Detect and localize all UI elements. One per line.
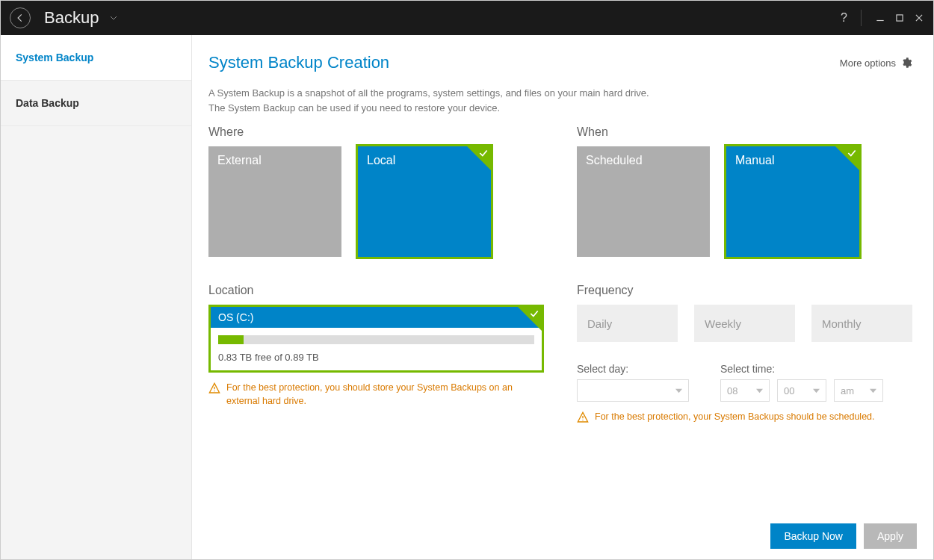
location-warning: For the best protection, you should stor… — [208, 382, 544, 408]
location-usage-fill — [218, 335, 244, 344]
where-option-external-label: External — [217, 154, 262, 167]
where-option-local-label: Local — [367, 154, 395, 167]
select-day-dropdown[interactable] — [577, 379, 689, 402]
backup-now-button[interactable]: Backup Now — [770, 523, 856, 549]
close-button[interactable] — [914, 13, 924, 23]
close-icon — [914, 13, 924, 23]
description-line-2: The System Backup can be used if you nee… — [208, 101, 912, 116]
arrow-left-icon — [15, 13, 25, 23]
select-day-label: Select day: — [577, 363, 704, 375]
warning-icon — [577, 411, 589, 423]
more-options-button[interactable]: More options — [840, 57, 912, 69]
separator — [861, 10, 862, 26]
app-title: Backup — [44, 8, 99, 28]
description-line-1: A System Backup is a snapshot of all the… — [208, 86, 912, 101]
location-usage-bar — [218, 335, 534, 344]
sidebar: System Backup Data Backup — [1, 35, 192, 559]
warning-icon — [208, 382, 220, 394]
when-option-scheduled[interactable]: Scheduled — [577, 146, 710, 257]
check-icon — [847, 148, 857, 161]
footer: Backup Now Apply — [208, 516, 917, 549]
select-day-group: Select day: — [577, 363, 704, 402]
svg-point-1 — [214, 391, 214, 391]
triangle-down-icon — [813, 388, 820, 394]
triangle-down-icon — [675, 388, 682, 394]
location-free-text: 0.83 TB free of 0.89 TB — [211, 352, 542, 363]
when-option-manual-label: Manual — [735, 154, 774, 167]
where-label: Where — [208, 125, 544, 139]
title-dropdown[interactable] — [109, 13, 118, 22]
select-time-group: Select time: 08 00 am — [720, 363, 912, 402]
select-time-label: Select time: — [720, 363, 912, 375]
maximize-button[interactable] — [894, 13, 905, 23]
select-ampm-value: am — [841, 385, 854, 396]
location-label: Location — [208, 284, 544, 297]
svg-point-2 — [582, 420, 583, 420]
location-drive-name: OS (C:) — [211, 307, 542, 328]
where-option-external[interactable]: External — [208, 146, 341, 257]
titlebar: Backup ? — [1, 1, 933, 35]
apply-button[interactable]: Apply — [864, 523, 917, 549]
select-minute-value: 00 — [784, 385, 794, 396]
when-option-manual[interactable]: Manual — [726, 146, 859, 257]
triangle-down-icon — [870, 388, 876, 394]
check-icon — [529, 308, 539, 322]
page-title: System Backup Creation — [208, 53, 389, 72]
back-button[interactable] — [10, 7, 31, 28]
sidebar-item-system-backup[interactable]: System Backup — [1, 35, 191, 81]
frequency-label: Frequency — [577, 284, 912, 297]
triangle-down-icon — [756, 388, 763, 394]
gear-icon — [900, 57, 912, 69]
chevron-down-icon — [109, 13, 118, 22]
right-column: When Scheduled Manual Frequency Daily We… — [577, 125, 912, 516]
location-warning-text: For the best protection, you should stor… — [226, 382, 544, 408]
left-column: Where External Local Location OS (C:) — [208, 125, 544, 516]
when-option-scheduled-label: Scheduled — [586, 154, 643, 167]
location-card[interactable]: OS (C:) 0.83 TB free of 0.89 TB — [208, 305, 544, 373]
frequency-option-daily[interactable]: Daily — [577, 305, 678, 342]
help-button[interactable]: ? — [841, 12, 847, 24]
maximize-icon — [894, 13, 905, 23]
select-minute-dropdown[interactable]: 00 — [777, 379, 826, 402]
minimize-icon — [875, 13, 885, 23]
select-hour-dropdown[interactable]: 08 — [720, 379, 770, 402]
window-controls: ? — [841, 10, 924, 26]
select-ampm-dropdown[interactable]: am — [834, 379, 883, 402]
select-hour-value: 08 — [727, 385, 737, 396]
more-options-label: More options — [840, 57, 896, 69]
frequency-warning-text: For the best protection, your System Bac… — [595, 411, 875, 424]
minimize-button[interactable] — [875, 13, 885, 23]
check-icon — [478, 148, 489, 161]
frequency-option-weekly[interactable]: Weekly — [694, 305, 795, 342]
where-option-local[interactable]: Local — [358, 146, 491, 257]
description: A System Backup is a snapshot of all the… — [208, 86, 912, 115]
svg-rect-0 — [897, 15, 903, 21]
frequency-warning: For the best protection, your System Bac… — [577, 411, 912, 424]
frequency-option-monthly[interactable]: Monthly — [811, 305, 912, 342]
sidebar-item-data-backup[interactable]: Data Backup — [1, 81, 191, 126]
when-label: When — [577, 125, 912, 139]
main-content: System Backup Creation More options A Sy… — [192, 35, 933, 559]
